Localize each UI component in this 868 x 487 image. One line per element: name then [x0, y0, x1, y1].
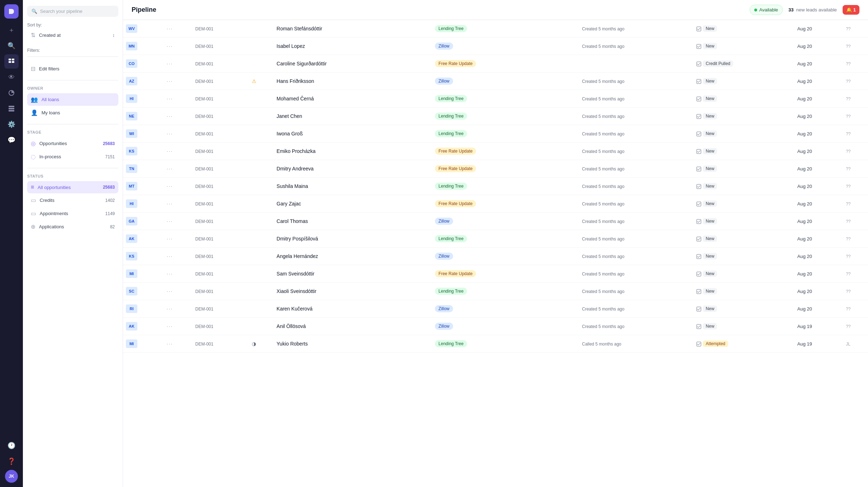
nav-chat-icon[interactable]: 💬: [4, 133, 19, 147]
person-name[interactable]: Angela Hernández: [276, 253, 318, 259]
table-row[interactable]: RI ··· DEM-001 Karen Kučerová Zillow Cre…: [123, 300, 868, 318]
date-text: Aug 19: [797, 324, 812, 329]
row-menu-button[interactable]: ···: [167, 288, 173, 294]
row-menu-button[interactable]: ···: [167, 323, 173, 329]
search-input[interactable]: [40, 9, 114, 14]
stage-in-process[interactable]: ◌ In-process 7151: [27, 150, 118, 163]
nav-pipeline-icon[interactable]: [4, 54, 19, 69]
row-menu-button[interactable]: ···: [167, 78, 173, 84]
row-menu-button[interactable]: ···: [167, 43, 173, 49]
tag-cell: Free Rate Update: [406, 195, 579, 213]
table-row[interactable]: SC ··· DEM-001 Xiaoli Sveinsdóttir Lendi…: [123, 283, 868, 300]
person-name[interactable]: Gary Zajac: [276, 201, 301, 207]
person-name[interactable]: Roman Stefánsdóttir: [276, 26, 322, 31]
nav-history-icon[interactable]: 🕐: [4, 438, 19, 453]
status-icon: [696, 236, 701, 242]
row-menu-button[interactable]: ···: [167, 183, 173, 189]
state-badge: KS: [126, 147, 137, 155]
row-menu-button[interactable]: ···: [167, 148, 173, 154]
row-menu-button[interactable]: ···: [167, 236, 173, 242]
table-row[interactable]: WV ··· DEM-001 Roman Stefánsdóttir Lendi…: [123, 20, 868, 38]
user-avatar[interactable]: JK: [5, 470, 18, 483]
table-row[interactable]: WI ··· DEM-001 Iwona Groß Lending Tree C…: [123, 125, 868, 143]
person-name[interactable]: Anil Öllösová: [276, 323, 306, 329]
stage-opportunities[interactable]: ◎ Opportunities 25683: [27, 137, 118, 150]
svg-rect-7: [9, 110, 14, 111]
status-credits[interactable]: ▭ Credits 1402: [27, 194, 118, 207]
nav-table-icon[interactable]: [4, 101, 19, 116]
nav-eye-icon[interactable]: 👁: [4, 70, 19, 84]
source-tag: Free Rate Update: [435, 148, 476, 155]
person-name[interactable]: Dmitry Andreeva: [276, 166, 313, 172]
svg-rect-1: [12, 59, 14, 60]
row-menu-button[interactable]: ···: [167, 306, 173, 312]
person-name[interactable]: Emiko Procházka: [276, 148, 315, 154]
table-row[interactable]: AZ ··· DEM-001 ⚠ Hans Friðriksson Zillow…: [123, 73, 868, 90]
person-name[interactable]: Isabel Lopez: [276, 43, 305, 49]
person-name[interactable]: Sushila Maina: [276, 183, 308, 189]
created-text: Created 5 months ago: [582, 184, 624, 189]
person-name[interactable]: Caroline Sigurðardóttir: [276, 61, 327, 66]
table-row[interactable]: MN ··· DEM-001 Isabel Lopez Zillow Creat…: [123, 38, 868, 55]
tag-cell: Zillow: [406, 248, 579, 265]
status-appts-count: 1149: [105, 211, 115, 216]
notifications-button[interactable]: 🔔 1: [843, 5, 859, 15]
row-menu-button[interactable]: ···: [167, 26, 173, 31]
row-menu-button[interactable]: ···: [167, 61, 173, 66]
row-menu-button[interactable]: ···: [167, 113, 173, 119]
person-name[interactable]: Carol Thomas: [276, 218, 308, 224]
nav-add-icon[interactable]: ＋: [4, 23, 19, 37]
edit-filters-btn[interactable]: ⊟ Edit filters: [27, 63, 118, 75]
table-row[interactable]: NE ··· DEM-001 Janet Chen Lending Tree C…: [123, 108, 868, 125]
person-name[interactable]: Janet Chen: [276, 113, 302, 119]
table-row[interactable]: MI ··· DEM-001 Sam Sveinsdóttir Free Rat…: [123, 265, 868, 283]
table-row[interactable]: GA ··· DEM-001 Carol Thomas Zillow Creat…: [123, 213, 868, 230]
nav-help-icon[interactable]: ❓: [4, 454, 19, 468]
status-all-opps[interactable]: ≡ All opportunities 25683: [27, 181, 118, 193]
person-name[interactable]: Yukio Roberts: [276, 341, 308, 347]
sort-row: Sort by:: [27, 23, 118, 28]
row-menu-button[interactable]: ···: [167, 201, 173, 207]
status-applications[interactable]: ⊕ Applications 82: [27, 220, 118, 233]
empty-cell: [249, 160, 274, 178]
row-menu-button[interactable]: ···: [167, 341, 173, 347]
sidebar-item-all-loans[interactable]: 👥 All loans: [27, 93, 118, 106]
nav-chart-icon[interactable]: [4, 86, 19, 100]
person-name[interactable]: Hans Friðriksson: [276, 78, 314, 84]
table-row[interactable]: HI ··· DEM-001 Gary Zajac Free Rate Upda…: [123, 195, 868, 213]
filters-row: Filters:: [27, 44, 118, 57]
person-name[interactable]: Iwona Groß: [276, 131, 303, 136]
row-menu-button[interactable]: ···: [167, 218, 173, 224]
person-name[interactable]: Mohamed Černá: [276, 96, 314, 101]
empty-cell: [249, 248, 274, 265]
sidebar-item-my-loans[interactable]: 👤 My loans: [27, 106, 118, 119]
table-row[interactable]: CO ··· DEM-001 Caroline Sigurðardóttir F…: [123, 55, 868, 73]
status-appointments[interactable]: ▭ Appointments 1149: [27, 207, 118, 220]
loan-id: DEM-001: [195, 272, 214, 277]
table-row[interactable]: AK ··· DEM-001 Dmitry Pospíšilová Lendin…: [123, 230, 868, 248]
row-menu-button[interactable]: ···: [167, 96, 173, 101]
user-cell: ??: [843, 283, 868, 300]
table-row[interactable]: KS ··· DEM-001 Angela Hernández Zillow C…: [123, 248, 868, 265]
table-row[interactable]: KS ··· DEM-001 Emiko Procházka Free Rate…: [123, 143, 868, 160]
person-name[interactable]: Karen Kučerová: [276, 306, 312, 312]
table-row[interactable]: MT ··· DEM-001 Sushila Maina Lending Tre…: [123, 178, 868, 195]
row-menu-button[interactable]: ···: [167, 271, 173, 277]
table-row[interactable]: HI ··· DEM-001 Mohamed Černá Lending Tre…: [123, 90, 868, 108]
state-badge: CO: [126, 59, 137, 68]
table-row[interactable]: MI ··· DEM-001 ◑ Yukio Roberts Lending T…: [123, 335, 868, 353]
person-name[interactable]: Sam Sveinsdóttir: [276, 271, 314, 277]
person-name[interactable]: Xiaoli Sveinsdóttir: [276, 288, 316, 294]
person-name[interactable]: Dmitry Pospíšilová: [276, 236, 318, 242]
nav-settings-icon[interactable]: ⚙️: [4, 117, 19, 131]
table-row[interactable]: AK ··· DEM-001 Anil Öllösová Zillow Crea…: [123, 318, 868, 335]
status-appts-label: Appointments: [40, 211, 102, 216]
nav-search-icon[interactable]: 🔍: [4, 39, 19, 53]
table-row[interactable]: TN ··· DEM-001 Dmitry Andreeva Free Rate…: [123, 160, 868, 178]
search-box[interactable]: 🔍: [27, 6, 118, 17]
status-new-badge: New: [703, 165, 717, 172]
row-menu-button[interactable]: ···: [167, 131, 173, 136]
row-menu-button[interactable]: ···: [167, 166, 173, 172]
sort-created-at[interactable]: ⇅ Created at ↕: [27, 29, 118, 41]
row-menu-button[interactable]: ···: [167, 253, 173, 259]
